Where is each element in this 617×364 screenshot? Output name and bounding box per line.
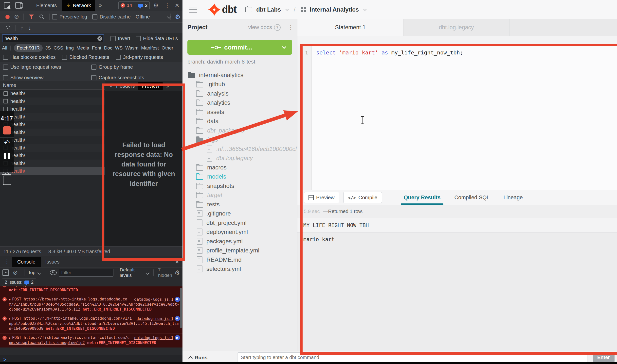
tab-console[interactable]: Console [12, 257, 41, 267]
filter-chip[interactable]: JS [45, 45, 51, 51]
invert-checkbox[interactable] [110, 36, 116, 41]
clear-console-icon[interactable]: ⊘ [13, 269, 18, 276]
request-row[interactable]: health/ [0, 152, 105, 160]
org-selector[interactable]: dbt Labs [256, 6, 281, 13]
filter-chip[interactable]: Img [66, 45, 74, 51]
tree-item-folder[interactable]: .github [182, 80, 297, 89]
levels-select[interactable]: Default levels [120, 267, 143, 278]
project-selector[interactable]: Internal Analytics [310, 6, 359, 13]
show-overview-checkbox[interactable] [3, 75, 8, 80]
kebab-menu-icon[interactable]: ⋮ [164, 2, 170, 9]
device-toolbar-icon[interactable] [15, 2, 22, 9]
preview-button[interactable]: Preview [304, 192, 339, 203]
tree-item-folder[interactable]: data [182, 117, 297, 126]
record-icon[interactable] [5, 15, 10, 19]
more-detail-tabs-icon[interactable]: » [166, 83, 169, 89]
tab-lineage[interactable]: Lineage [504, 194, 523, 201]
tree-item-folder[interactable]: snapshots [182, 181, 297, 191]
context-select[interactable]: top [29, 270, 35, 275]
console-error-entry[interactable]: ✕ datadog-logs.js:1 ▶POST https://browse… [0, 295, 182, 314]
tab-preview[interactable]: Preview [138, 82, 163, 90]
stop-recording-button[interactable] [3, 126, 11, 134]
dbt-logo[interactable]: dbt [208, 3, 236, 16]
request-row[interactable]: health/ [0, 129, 105, 136]
filter-chip[interactable]: Wasm [125, 45, 138, 51]
tree-item-file[interactable]: README.md [182, 255, 297, 265]
help-icon[interactable]: ? [274, 24, 281, 31]
filter-chip[interactable]: Other [162, 45, 173, 51]
filter-chip-active[interactable]: Fetch/XHR [14, 44, 43, 52]
request-row[interactable]: health/ [0, 113, 105, 121]
search-icon[interactable] [39, 14, 44, 19]
disable-cache-checkbox[interactable] [92, 14, 97, 19]
tree-item-folder[interactable]: assets [182, 107, 297, 117]
filter-chip[interactable]: WS [115, 45, 123, 51]
import-har-icon[interactable]: ↑ [20, 24, 23, 31]
export-har-icon[interactable]: ↓ [28, 24, 31, 31]
tree-item-file[interactable]: deployment.yml [182, 228, 297, 237]
tree-item-folder[interactable]: internal-analytics [182, 70, 297, 80]
large-rows-checkbox[interactable] [3, 65, 8, 70]
expand-arrow-icon[interactable]: ▶ [9, 336, 11, 340]
console-settings-gear-icon[interactable]: ⚙ [175, 269, 180, 276]
console-url-link[interactable]: https://…/health/ [9, 286, 48, 287]
console-kebab-icon[interactable]: ⋮ [4, 258, 10, 265]
console-filter-input[interactable] [59, 269, 113, 277]
issues-chip[interactable]: 2 Issues: 2 [2, 279, 36, 286]
console-error-entry[interactable]: ✕ https://…/health/ net::ERR_INTERNET_DI… [0, 286, 182, 295]
tree-item-folder-models[interactable]: models [182, 172, 297, 182]
enter-button[interactable]: Enter [593, 353, 615, 363]
tree-item-file[interactable]: selectors.yml [182, 265, 297, 274]
has-blocked-cookies-checkbox[interactable] [3, 55, 8, 60]
tree-item-file[interactable]: .nf…3665c416bfecb1000000cf [182, 144, 297, 154]
hamburger-menu-icon[interactable] [189, 7, 197, 13]
expand-arrow-icon[interactable]: ▶ [9, 317, 11, 320]
filter-chip[interactable]: Doc [104, 45, 112, 51]
inspect-element-icon[interactable] [4, 2, 10, 9]
name-column-header[interactable]: Name [0, 81, 105, 90]
settings-gear-icon[interactable]: ⚙ [153, 2, 159, 9]
network-conditions-icon[interactable] [4, 25, 11, 31]
tree-item-file[interactable]: .gitignore [182, 209, 297, 218]
live-expression-eye-icon[interactable] [50, 270, 57, 275]
tab-query-results[interactable]: Query Results [404, 194, 440, 201]
request-row[interactable]: health/ [0, 160, 105, 167]
group-by-frame-checkbox[interactable] [91, 65, 96, 70]
delete-recording-icon[interactable] [3, 176, 11, 185]
close-detail-icon[interactable]: × [109, 83, 113, 89]
badge-group[interactable]: ✕ 14 2 [118, 1, 150, 9]
tree-item-file[interactable]: packages.yml [182, 237, 297, 246]
more-tabs-icon[interactable]: » [99, 2, 102, 9]
tree-item-folder[interactable]: tests [182, 200, 297, 209]
tab-statement-1[interactable]: Statement 1 [297, 19, 403, 36]
tree-item-file[interactable]: profile_template.yml [182, 246, 297, 255]
capture-screenshots-checkbox[interactable] [91, 75, 96, 80]
console-scrollbar[interactable] [180, 288, 182, 328]
close-devtools-icon[interactable]: × [175, 1, 179, 9]
request-row[interactable]: health/ [0, 98, 105, 105]
throttling-select[interactable]: Offline [136, 14, 150, 20]
filter-chip[interactable]: All [2, 45, 7, 51]
filter-chip[interactable]: CSS [54, 45, 63, 51]
tree-item-file[interactable]: dbt.log.legacy [182, 154, 297, 163]
blocked-requests-checkbox[interactable] [62, 55, 67, 60]
hide-data-urls-checkbox[interactable] [136, 36, 141, 41]
tab-dbt-log-legacy[interactable]: dbt.log.legacy [403, 19, 509, 36]
tab-compiled-sql[interactable]: Compiled SQL [454, 194, 490, 201]
tree-item-folder[interactable]: logs [182, 135, 297, 145]
tree-item-folder[interactable]: analysis [182, 89, 297, 98]
console-source-link[interactable]: datadog-logs.js:1 [134, 297, 180, 302]
tab-issues[interactable]: Issues [41, 257, 64, 267]
request-row[interactable]: health/ [0, 105, 105, 113]
chevron-down-icon[interactable] [363, 7, 367, 11]
request-row[interactable]: health/ [0, 121, 105, 129]
tab-network[interactable]: ⚠Network [62, 0, 95, 11]
request-row[interactable]: health/ [0, 90, 105, 98]
sidebar-kebab-icon[interactable]: ⋮ [284, 24, 294, 31]
pause-recording-button[interactable] [4, 153, 10, 159]
console-sidebar-icon[interactable] [2, 269, 9, 276]
chevron-down-icon[interactable] [285, 7, 289, 11]
compile-button[interactable]: </>Compile [343, 192, 382, 203]
tree-item-folder[interactable]: dbt_packages [182, 126, 297, 135]
tree-item-file[interactable]: dbt_project.yml [182, 218, 297, 228]
